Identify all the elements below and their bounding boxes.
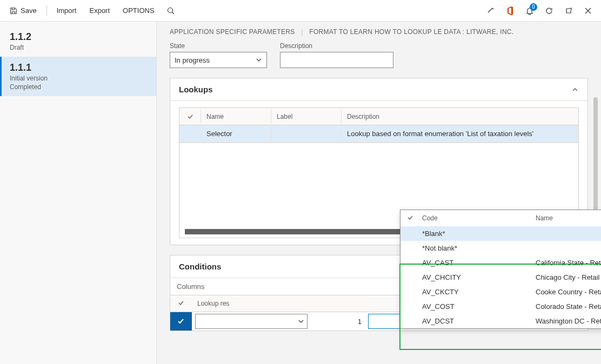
content-area: APPLICATION SPECIFIC PARAMETERS | FORMAT… (157, 22, 601, 364)
check-column[interactable] (170, 295, 192, 312)
chevron-up-icon (571, 86, 579, 93)
label-column-header[interactable]: Label (271, 110, 342, 124)
conditions-title: Conditions (179, 262, 221, 271)
version-title: 1.1.1 (10, 62, 146, 73)
row-selected-check[interactable] (170, 312, 192, 331)
options-button[interactable]: OPTIONS (117, 3, 160, 18)
refresh-icon (545, 6, 553, 15)
svg-point-0 (168, 8, 172, 12)
popup-name-header[interactable]: Name (536, 214, 601, 222)
chevron-down-icon (256, 57, 262, 63)
row-name: Selector (201, 126, 271, 141)
description-field: Description (280, 42, 393, 68)
export-button[interactable]: Export (84, 3, 115, 18)
columns-button[interactable]: Columns (177, 282, 204, 291)
search-icon (166, 6, 175, 15)
version-sub1: Draft (10, 44, 146, 51)
fields-row: State In progress Description (170, 42, 588, 68)
version-sidebar: 1.1.2 Draft 1.1.1 Initial version Comple… (0, 22, 157, 364)
svg-line-1 (172, 12, 174, 14)
export-label: Export (89, 6, 110, 15)
refresh-button[interactable] (540, 2, 558, 19)
link-button[interactable] (482, 2, 499, 19)
notifications-button[interactable]: 0 (521, 2, 538, 19)
popup-row-notblank[interactable]: *Not blank* (400, 241, 601, 255)
version-item-112[interactable]: 1.1.2 Draft (0, 26, 156, 57)
version-sub1: Initial version (10, 75, 146, 82)
row-check[interactable] (179, 131, 201, 137)
popup-code-header[interactable]: Code (422, 214, 536, 222)
search-button[interactable] (162, 2, 179, 19)
code-dropdown-popup: Code Name *Blank* *Not blank* AV_CAST Ca… (400, 210, 601, 329)
close-icon (584, 7, 592, 15)
main-area: 1.1.2 Draft 1.1.1 Initial version Comple… (0, 22, 601, 364)
breadcrumb-sep: | (301, 28, 303, 36)
office-icon (506, 6, 514, 15)
popup-row-avchcity[interactable]: AV_CHCITY Chicago City - Retail Prod (400, 270, 601, 285)
import-button[interactable]: Import (51, 3, 82, 18)
description-input[interactable] (280, 52, 393, 68)
top-toolbar: Save Import Export OPTIONS 0 (0, 0, 601, 22)
office-button[interactable] (502, 2, 519, 19)
breadcrumb-left: APPLICATION SPECIFIC PARAMETERS (170, 28, 295, 36)
popup-row-avcost[interactable]: AV_COST Colorado State - Retail Prod (400, 299, 601, 314)
lookups-grid-header: Name Label Description (179, 108, 578, 125)
row-desc: Lookup based on format enumeration 'List… (342, 126, 578, 141)
desc-column-header[interactable]: Description (342, 110, 578, 124)
state-label: State (170, 42, 267, 50)
row-label (271, 131, 342, 137)
popup-row-avcast[interactable]: AV_CAST California State - Retail Prod (400, 255, 601, 270)
popout-button[interactable] (560, 2, 577, 19)
popup-header: Code Name (400, 210, 601, 226)
popup-row-avckcty[interactable]: AV_CKCTY Cooke Country - Retail Prod (400, 285, 601, 299)
state-select[interactable]: In progress (170, 52, 267, 68)
check-column[interactable] (179, 110, 201, 123)
lookup-result-column[interactable]: Lookup res (192, 295, 311, 312)
lookups-row[interactable]: Selector Lookup based on format enumerat… (179, 125, 578, 143)
save-button[interactable]: Save (4, 3, 42, 18)
toolbar-divider (46, 5, 47, 16)
lookups-title: Lookups (179, 85, 213, 94)
import-label: Import (57, 6, 77, 15)
state-value: In progress (175, 56, 210, 64)
name-column-header[interactable]: Name (201, 110, 271, 124)
options-label: OPTIONS (123, 6, 155, 15)
popup-row-blank[interactable]: *Blank* (400, 226, 601, 241)
version-title: 1.1.2 (10, 31, 146, 43)
state-field: State In progress (170, 42, 267, 68)
lookup-result-cell[interactable] (192, 312, 311, 331)
version-sub2: Completed (10, 83, 146, 91)
version-item-111[interactable]: 1.1.1 Initial version Completed (0, 57, 156, 96)
popup-row-avdcst[interactable]: AV_DCST Washington DC - Retail Prod (400, 314, 601, 328)
link-icon (486, 6, 495, 15)
line-cell: 1 (311, 312, 365, 331)
lookup-result-dropdown[interactable] (195, 314, 308, 329)
notification-badge: 0 (530, 3, 537, 11)
line-column[interactable] (311, 295, 365, 312)
description-label: Description (280, 42, 393, 50)
breadcrumb: APPLICATION SPECIFIC PARAMETERS | FORMAT… (170, 28, 588, 36)
lookups-header[interactable]: Lookups (170, 78, 587, 101)
save-label: Save (21, 6, 37, 15)
popout-icon (564, 6, 573, 15)
popup-check-col[interactable] (407, 214, 422, 222)
breadcrumb-right: FORMAT TO LEARN HOW TO LOOKUP LE DATA : … (309, 28, 513, 36)
save-icon (10, 7, 17, 15)
close-button[interactable] (579, 2, 597, 19)
